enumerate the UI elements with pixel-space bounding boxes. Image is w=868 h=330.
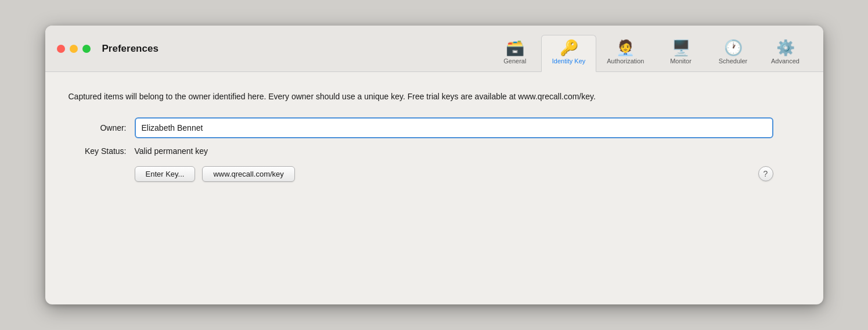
tab-authorization-label: Authorization	[607, 58, 644, 64]
authorization-icon: 🧑‍💼	[616, 40, 635, 55]
enter-key-button[interactable]: Enter Key...	[135, 166, 196, 182]
tab-advanced[interactable]: ⚙️ Advanced	[759, 35, 812, 71]
owner-input[interactable]	[135, 117, 773, 138]
tab-scheduler[interactable]: 🕐 Scheduler	[707, 35, 759, 71]
tab-monitor-label: Monitor	[670, 58, 691, 64]
tab-general[interactable]: 🗃️ General	[489, 35, 541, 71]
advanced-icon: ⚙️	[776, 40, 795, 55]
maximize-button[interactable]	[82, 45, 91, 53]
window-title: Preferences	[102, 43, 159, 64]
general-icon: 🗃️	[506, 40, 524, 55]
tab-general-label: General	[503, 58, 526, 64]
tab-authorization[interactable]: 🧑‍💼 Authorization	[596, 35, 654, 71]
identity-key-icon: 🔑	[560, 40, 578, 55]
key-status-value: Valid permanent key	[135, 146, 208, 156]
tab-bar: 🗃️ General 🔑 Identity Key 🧑‍💼 Authorizat…	[489, 35, 812, 71]
tab-identity-key-label: Identity Key	[552, 58, 585, 64]
owner-label: Owner:	[69, 123, 127, 132]
titlebar: Preferences 🗃️ General 🔑 Identity Key 🧑‍…	[45, 26, 823, 72]
key-status-row: Key Status: Valid permanent key	[69, 146, 800, 156]
buttons-row: Enter Key... www.qrecall.com/key ?	[69, 166, 800, 182]
buttons-inner: Enter Key... www.qrecall.com/key ?	[135, 166, 773, 182]
monitor-icon: 🖥️	[672, 40, 690, 55]
owner-row: Owner:	[69, 117, 800, 138]
tab-advanced-label: Advanced	[771, 58, 799, 64]
preferences-window: Preferences 🗃️ General 🔑 Identity Key 🧑‍…	[45, 26, 823, 304]
scheduler-icon: 🕐	[724, 40, 743, 55]
minimize-button[interactable]	[70, 45, 78, 53]
tab-scheduler-label: Scheduler	[719, 58, 748, 64]
tab-identity-key[interactable]: 🔑 Identity Key	[541, 35, 596, 72]
content-area: Captured items will belong to the owner …	[45, 72, 823, 203]
description-text: Captured items will belong to the owner …	[69, 91, 707, 103]
help-button[interactable]: ?	[758, 166, 773, 181]
window-controls	[57, 45, 91, 62]
key-status-label: Key Status:	[69, 146, 127, 156]
url-button[interactable]: www.qrecall.com/key	[202, 166, 294, 182]
tab-monitor[interactable]: 🖥️ Monitor	[655, 35, 707, 71]
close-button[interactable]	[57, 45, 65, 53]
